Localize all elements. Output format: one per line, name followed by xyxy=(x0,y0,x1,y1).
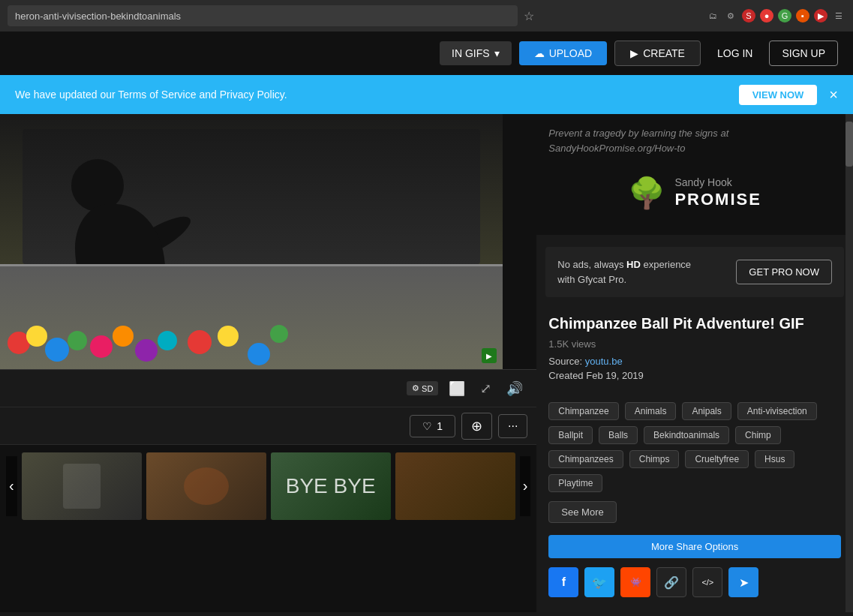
ball-orange xyxy=(113,326,134,347)
notice-close-button[interactable]: × xyxy=(829,87,838,102)
more-icon: ··· xyxy=(508,419,518,432)
see-more-label: See More xyxy=(561,506,603,518)
ad-text: Prevent a tragedy by learning the signs … xyxy=(548,126,841,155)
expand-button[interactable]: ⬜ xyxy=(444,377,470,400)
url-bar[interactable] xyxy=(8,5,518,26)
like-count: 1 xyxy=(437,420,443,432)
scrollbar[interactable] xyxy=(845,114,853,612)
scrollbar-thumb[interactable] xyxy=(845,122,853,167)
link-icon: 🔗 xyxy=(664,575,679,590)
get-pro-label: GET PRO NOW xyxy=(749,266,819,278)
embed-button[interactable]: </> xyxy=(692,567,722,597)
extension1-icon[interactable]: ● xyxy=(760,9,773,23)
more-share-button[interactable]: More Share Options xyxy=(548,535,841,558)
view-now-button[interactable]: VIEW NOW xyxy=(739,85,818,105)
ball-purple xyxy=(135,339,158,362)
tag-anipals[interactable]: Anipals xyxy=(682,402,731,420)
ball-pink xyxy=(90,335,113,358)
notice-text: We have updated our Terms of Service and… xyxy=(15,89,727,101)
shield-icon[interactable]: S xyxy=(742,9,755,23)
reddit-icon: 👾 xyxy=(630,577,641,587)
tag-bekindtoanimals[interactable]: Bekindtoanimals xyxy=(644,426,729,444)
pro-text: No ads, always HD experiencewith Gfycat … xyxy=(557,257,691,287)
thumbnail-3[interactable]: BYE BYE xyxy=(271,452,391,520)
tag-chimpanzees[interactable]: Chimpanzees xyxy=(548,450,623,468)
gif-source: Source: youtu.be xyxy=(548,356,841,367)
tag-crueltyfree[interactable]: Crueltyfree xyxy=(685,450,749,468)
direct-icon: ➤ xyxy=(739,575,749,590)
like-button[interactable]: ♡ 1 xyxy=(410,415,455,437)
signup-button[interactable]: SIGN UP xyxy=(769,41,838,66)
reddit-share-button[interactable]: 👾 xyxy=(620,567,650,597)
tag-chimpanzee[interactable]: Chimpanzee xyxy=(548,402,618,420)
bookmark-star-icon[interactable]: ☆ xyxy=(524,9,534,23)
sd-button[interactable]: ⚙ SD xyxy=(407,381,438,395)
extension2-icon[interactable]: G xyxy=(778,9,791,23)
facebook-share-button[interactable]: f xyxy=(548,567,578,597)
thumbnail-4[interactable] xyxy=(395,452,515,520)
tag-playtime[interactable]: Playtime xyxy=(548,474,602,492)
tag-balls[interactable]: Balls xyxy=(599,426,638,444)
pro-box: No ads, always HD experiencewith Gfycat … xyxy=(545,247,844,297)
tag-animals[interactable]: Animals xyxy=(625,402,677,420)
pocket-icon[interactable]: 🗂 xyxy=(706,9,719,23)
expand-icon: ⬜ xyxy=(449,381,465,396)
direct-share-button[interactable]: ➤ xyxy=(728,567,758,597)
ad-box: Prevent a tragedy by learning the signs … xyxy=(536,114,853,235)
tag-chimp[interactable]: Chimp xyxy=(735,426,781,444)
menu-icon[interactable]: ☰ xyxy=(832,9,845,23)
ball-cyan xyxy=(158,331,177,350)
sandy-hook-logo: 🌳 Sandy Hook PROMISE xyxy=(548,163,841,223)
sandy-line2: PROMISE xyxy=(674,189,761,211)
close-icon: × xyxy=(829,86,838,103)
get-pro-button[interactable]: GET PRO NOW xyxy=(736,260,832,284)
tag-chimps[interactable]: Chimps xyxy=(629,450,680,468)
ball-blue xyxy=(45,338,69,362)
facebook-icon: f xyxy=(562,575,566,589)
extensions-icon[interactable]: ⚙ xyxy=(724,9,737,23)
browser-icons: 🗂 ⚙ S ● G ▪ ▶ ☰ xyxy=(706,9,845,23)
ball-green2 xyxy=(270,325,288,343)
heart-icon: ♡ xyxy=(422,420,432,432)
volume-button[interactable]: 🔊 xyxy=(502,377,527,400)
source-link[interactable]: youtu.be xyxy=(585,356,623,367)
extension4-icon[interactable]: ▶ xyxy=(814,9,827,23)
gif-info: Chimpanzee Ball Pit Adventure! GIF 1.5K … xyxy=(536,306,853,402)
create-button[interactable]: ▶ CREATE xyxy=(614,41,701,66)
copy-link-button[interactable]: 🔗 xyxy=(656,567,686,597)
login-button[interactable]: LOG IN xyxy=(708,41,761,65)
tag-anti-vivisection[interactable]: Anti-vivisection xyxy=(737,402,817,420)
sd-label: SD xyxy=(422,384,433,393)
bookmark-icon: ⊕ xyxy=(471,419,482,434)
controls-bar: ⚙ SD ⬜ ⤢ 🔊 xyxy=(0,369,536,407)
tag-ballpit[interactable]: Ballpit xyxy=(548,426,593,444)
see-more-button[interactable]: See More xyxy=(548,501,616,523)
tag-hsus[interactable]: Hsus xyxy=(755,450,794,468)
login-label: LOG IN xyxy=(717,47,752,59)
extension3-icon[interactable]: ▪ xyxy=(796,9,809,23)
fullscreen-button[interactable]: ⤢ xyxy=(476,377,496,400)
ball-yellow2 xyxy=(218,326,239,347)
video-container[interactable]: ▶ xyxy=(0,114,503,369)
browser-bar: ☆ 🗂 ⚙ S ● G ▪ ▶ ☰ xyxy=(0,0,853,32)
sandy-hook-text: Sandy Hook PROMISE xyxy=(674,176,761,211)
upload-button[interactable]: ☁ UPLOAD xyxy=(519,41,608,65)
source-label: Source: xyxy=(548,356,582,367)
next-thumb-button[interactable]: › xyxy=(520,456,531,516)
chimp-scene: ▶ xyxy=(0,114,503,369)
upload-cloud-icon: ☁ xyxy=(534,47,545,59)
settings-icon: ⚙ xyxy=(412,383,419,393)
twitter-share-button[interactable]: 🐦 xyxy=(584,567,614,597)
prev-thumb-button[interactable]: ‹ xyxy=(6,456,17,516)
bookmark-button[interactable]: ⊕ xyxy=(461,413,492,440)
more-actions-button[interactable]: ··· xyxy=(498,414,527,438)
thumbnail-1[interactable] xyxy=(22,452,142,520)
embed-icon: </> xyxy=(701,578,713,587)
ingifs-button[interactable]: IN GIFS ▾ xyxy=(440,41,512,65)
upload-label: UPLOAD xyxy=(549,47,593,59)
main-content: ▶ ⚙ SD ⬜ ⤢ 🔊 ♡ 1 ⊕ xyxy=(0,114,853,612)
twitter-icon: 🐦 xyxy=(592,575,607,590)
create-label: CREATE xyxy=(643,47,685,59)
thumbnail-2[interactable] xyxy=(146,452,266,520)
signup-label: SIGN UP xyxy=(782,47,825,59)
